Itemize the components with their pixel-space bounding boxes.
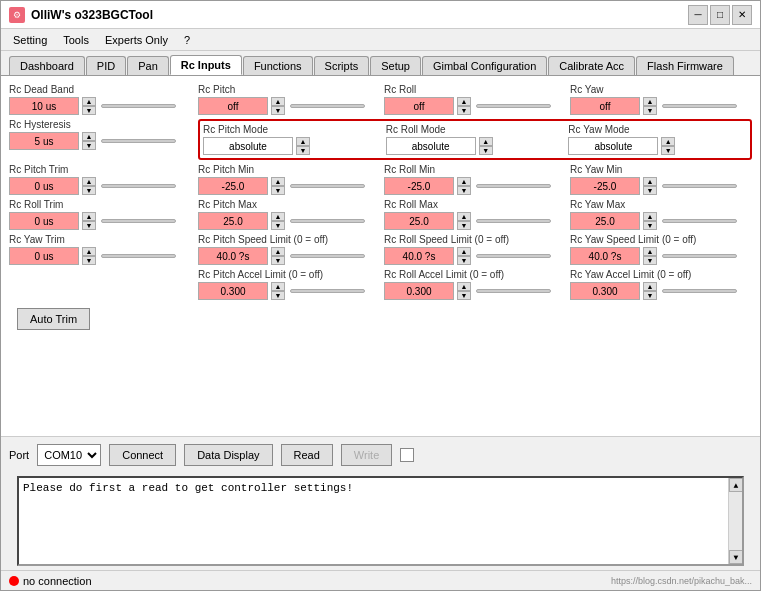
rc-hysteresis-up[interactable]: ▲ — [82, 132, 96, 141]
rc-pitch-accel-limit-up[interactable]: ▲ — [271, 282, 285, 291]
menu-experts-only[interactable]: Experts Only — [97, 32, 176, 48]
maximize-button[interactable]: □ — [710, 5, 730, 25]
tab-functions[interactable]: Functions — [243, 56, 313, 75]
rc-roll-mode-up[interactable]: ▲ — [479, 137, 493, 146]
rc-pitch-max-down[interactable]: ▼ — [271, 221, 285, 230]
rc-roll-speed-limit-slider[interactable] — [476, 254, 551, 258]
rc-dead-band-spinner[interactable]: ▲ ▼ — [82, 97, 96, 115]
rc-roll-min-down[interactable]: ▼ — [457, 186, 471, 195]
rc-pitch-accel-limit-slider[interactable] — [290, 289, 365, 293]
rc-roll-accel-limit-up[interactable]: ▲ — [457, 282, 471, 291]
rc-pitch-trim-down[interactable]: ▼ — [82, 186, 96, 195]
tab-pan[interactable]: Pan — [127, 56, 169, 75]
scroll-up-btn[interactable]: ▲ — [729, 478, 743, 492]
rc-yaw-down[interactable]: ▼ — [643, 106, 657, 115]
tab-pid[interactable]: PID — [86, 56, 126, 75]
rc-yaw-mode-down[interactable]: ▼ — [661, 146, 675, 155]
rc-dead-band-slider[interactable] — [101, 104, 176, 108]
rc-roll-mode-spinner[interactable]: ▲ ▼ — [479, 137, 493, 155]
rc-pitch-trim-up[interactable]: ▲ — [82, 177, 96, 186]
rc-roll-max-up[interactable]: ▲ — [457, 212, 471, 221]
rc-roll-max-down[interactable]: ▼ — [457, 221, 471, 230]
rc-pitch-slider[interactable] — [290, 104, 365, 108]
rc-roll-trim-down[interactable]: ▼ — [82, 221, 96, 230]
rc-yaw-accel-limit-spinner[interactable]: ▲ ▼ — [643, 282, 657, 300]
tab-gimbal-configuration[interactable]: Gimbal Configuration — [422, 56, 547, 75]
rc-roll-trim-spinner[interactable]: ▲ ▼ — [82, 212, 96, 230]
rc-roll-min-slider[interactable] — [476, 184, 551, 188]
tab-rc-inputs[interactable]: Rc Inputs — [170, 55, 242, 75]
write-button[interactable]: Write — [341, 444, 392, 466]
rc-dead-band-down[interactable]: ▼ — [82, 106, 96, 115]
tab-setup[interactable]: Setup — [370, 56, 421, 75]
rc-roll-down[interactable]: ▼ — [457, 106, 471, 115]
rc-roll-accel-limit-slider[interactable] — [476, 289, 551, 293]
rc-hysteresis-slider[interactable] — [101, 139, 176, 143]
tab-scripts[interactable]: Scripts — [314, 56, 370, 75]
rc-yaw-trim-slider[interactable] — [101, 254, 176, 258]
rc-yaw-trim-down[interactable]: ▼ — [82, 256, 96, 265]
read-button[interactable]: Read — [281, 444, 333, 466]
rc-roll-min-spinner[interactable]: ▲ ▼ — [457, 177, 471, 195]
rc-yaw-speed-limit-slider[interactable] — [662, 254, 737, 258]
rc-pitch-spinner[interactable]: ▲ ▼ — [271, 97, 285, 115]
rc-roll-speed-limit-up[interactable]: ▲ — [457, 247, 471, 256]
minimize-button[interactable]: ─ — [688, 5, 708, 25]
port-select[interactable]: COM10 — [37, 444, 101, 466]
rc-yaw-trim-up[interactable]: ▲ — [82, 247, 96, 256]
rc-yaw-up[interactable]: ▲ — [643, 97, 657, 106]
rc-yaw-min-spinner[interactable]: ▲ ▼ — [643, 177, 657, 195]
rc-roll-accel-limit-spinner[interactable]: ▲ ▼ — [457, 282, 471, 300]
rc-yaw-mode-spinner[interactable]: ▲ ▼ — [661, 137, 675, 155]
rc-yaw-speed-limit-up[interactable]: ▲ — [643, 247, 657, 256]
rc-pitch-min-up[interactable]: ▲ — [271, 177, 285, 186]
connect-button[interactable]: Connect — [109, 444, 176, 466]
rc-pitch-trim-slider[interactable] — [101, 184, 176, 188]
rc-roll-spinner[interactable]: ▲ ▼ — [457, 97, 471, 115]
rc-yaw-min-up[interactable]: ▲ — [643, 177, 657, 186]
rc-yaw-trim-spinner[interactable]: ▲ ▼ — [82, 247, 96, 265]
console-scrollbar[interactable]: ▲ ▼ — [728, 478, 742, 564]
rc-roll-min-up[interactable]: ▲ — [457, 177, 471, 186]
rc-pitch-trim-spinner[interactable]: ▲ ▼ — [82, 177, 96, 195]
rc-pitch-speed-limit-slider[interactable] — [290, 254, 365, 258]
rc-pitch-max-spinner[interactable]: ▲ ▼ — [271, 212, 285, 230]
rc-yaw-slider[interactable] — [662, 104, 737, 108]
rc-roll-trim-up[interactable]: ▲ — [82, 212, 96, 221]
rc-roll-max-spinner[interactable]: ▲ ▼ — [457, 212, 471, 230]
rc-pitch-speed-limit-down[interactable]: ▼ — [271, 256, 285, 265]
rc-yaw-max-down[interactable]: ▼ — [643, 221, 657, 230]
tab-dashboard[interactable]: Dashboard — [9, 56, 85, 75]
rc-yaw-speed-limit-down[interactable]: ▼ — [643, 256, 657, 265]
rc-pitch-speed-limit-spinner[interactable]: ▲ ▼ — [271, 247, 285, 265]
rc-roll-mode-down[interactable]: ▼ — [479, 146, 493, 155]
rc-yaw-min-slider[interactable] — [662, 184, 737, 188]
data-display-button[interactable]: Data Display — [184, 444, 272, 466]
scroll-down-btn[interactable]: ▼ — [729, 550, 743, 564]
close-button[interactable]: ✕ — [732, 5, 752, 25]
rc-yaw-speed-limit-spinner[interactable]: ▲ ▼ — [643, 247, 657, 265]
rc-pitch-min-spinner[interactable]: ▲ ▼ — [271, 177, 285, 195]
rc-roll-speed-limit-down[interactable]: ▼ — [457, 256, 471, 265]
rc-hysteresis-spinner[interactable]: ▲ ▼ — [82, 132, 96, 150]
rc-yaw-max-spinner[interactable]: ▲ ▼ — [643, 212, 657, 230]
auto-trim-button[interactable]: Auto Trim — [17, 308, 90, 330]
rc-pitch-accel-limit-spinner[interactable]: ▲ ▼ — [271, 282, 285, 300]
menu-tools[interactable]: Tools — [55, 32, 97, 48]
checkbox[interactable] — [400, 448, 414, 462]
rc-yaw-accel-limit-slider[interactable] — [662, 289, 737, 293]
rc-pitch-up[interactable]: ▲ — [271, 97, 285, 106]
rc-yaw-mode-up[interactable]: ▲ — [661, 137, 675, 146]
rc-pitch-mode-down[interactable]: ▼ — [296, 146, 310, 155]
rc-roll-accel-limit-down[interactable]: ▼ — [457, 291, 471, 300]
rc-yaw-accel-limit-down[interactable]: ▼ — [643, 291, 657, 300]
rc-pitch-accel-limit-down[interactable]: ▼ — [271, 291, 285, 300]
rc-pitch-min-slider[interactable] — [290, 184, 365, 188]
rc-roll-slider[interactable] — [476, 104, 551, 108]
rc-yaw-accel-limit-up[interactable]: ▲ — [643, 282, 657, 291]
rc-roll-trim-slider[interactable] — [101, 219, 176, 223]
rc-roll-up[interactable]: ▲ — [457, 97, 471, 106]
rc-yaw-min-down[interactable]: ▼ — [643, 186, 657, 195]
rc-yaw-spinner[interactable]: ▲ ▼ — [643, 97, 657, 115]
rc-yaw-max-up[interactable]: ▲ — [643, 212, 657, 221]
